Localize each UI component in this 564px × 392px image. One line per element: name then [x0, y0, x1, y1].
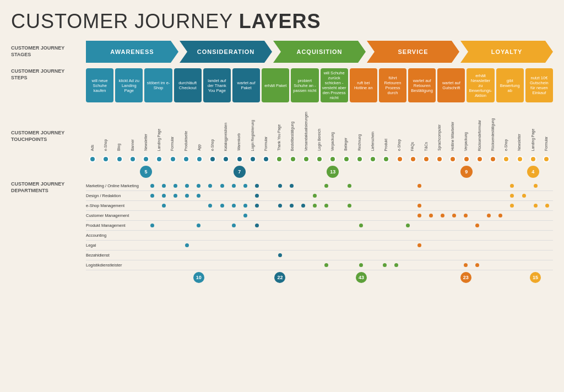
dept-name: Accounting: [86, 233, 147, 238]
dept-count-row: 1022432315: [86, 272, 553, 283]
page-title: CUSTOMER JOURNEY LAYERS: [11, 10, 553, 33]
dept-dot-cell-5-18: [355, 231, 367, 240]
dept-dot-8-15: [324, 263, 328, 267]
tp-dot-cell-3: [126, 154, 139, 164]
dept-dot-cell-2-14: [309, 202, 321, 210]
touchpoints-main: Adse-ShopBlogBannerNewsletterLanding Pag…: [86, 108, 553, 178]
tp-dot-cell-31: [500, 154, 513, 164]
dept-dot-cell-5-34: [541, 231, 553, 240]
dept-dot-cell-7-9: [251, 251, 263, 260]
tp-count-badge-18: 13: [327, 166, 339, 178]
step-card-8: will Schuhe zurück schicken - versteht a…: [321, 68, 348, 102]
dept-dot-cell-1-26: [448, 192, 460, 200]
tp-dot-6: [170, 156, 176, 162]
dept-dot-cell-4-11: [274, 221, 286, 230]
tp-dot-cell-15: [286, 154, 300, 164]
tp-dot-cell-11: [233, 154, 246, 164]
dept-dot-cell-3-29: [483, 211, 495, 220]
tp-dot-33: [530, 156, 536, 162]
tp-dot-12: [250, 156, 256, 162]
dept-dot-0-6: [220, 184, 224, 188]
dept-count-cell-9: [251, 272, 263, 283]
dept-dot-cell-8-3: [181, 261, 193, 270]
tp-dot-cell-17: [313, 154, 326, 164]
dept-dot-cell-6-2: [170, 241, 181, 250]
dept-dot-cell-1-8: [240, 192, 251, 200]
dept-dot-cell-7-28: [471, 251, 483, 260]
dept-dot-cell-1-27: [460, 192, 471, 200]
dept-dot-cell-3-27: [460, 211, 471, 220]
dept-dot-cell-7-7: [228, 251, 240, 260]
tp-dot-cell-6: [166, 154, 179, 164]
tp-dot-25: [423, 156, 430, 162]
dept-dot-cell-4-4: [193, 221, 204, 230]
tp-label-33: Landing Page: [527, 129, 540, 152]
dept-dot-1-9: [255, 194, 259, 198]
dept-dot-cell-5-5: [204, 231, 216, 240]
dept-dot-cell-8-0: [147, 261, 158, 270]
dept-dot-4-18: [359, 224, 363, 227]
dept-dot-cell-5-16: [332, 231, 344, 240]
dept-dot-2-13: [301, 204, 305, 208]
dept-dot-cell-3-18: [355, 211, 367, 220]
tp-label-26: Sprachcomputer: [433, 124, 446, 152]
tp-dot-13: [263, 156, 269, 162]
dept-dot-cell-4-14: [309, 221, 321, 230]
tp-label-28: Verpackung: [460, 132, 473, 152]
tp-dot-cell-1: [99, 154, 112, 164]
dept-dot-cell-6-28: [471, 241, 483, 250]
dept-dot-cell-3-0: [147, 211, 158, 220]
dept-dot-7-11: [278, 253, 282, 257]
dept-dot-cell-4-16: [332, 221, 344, 230]
step-card-4: landet auf der Thank You Page: [203, 68, 231, 102]
dept-dot-3-26: [452, 214, 456, 217]
tp-dot-3: [129, 156, 136, 162]
dept-dot-cell-5-24: [425, 231, 437, 240]
dept-dot-cell-3-12: [286, 211, 297, 220]
tp-dot-cell-10: [219, 154, 232, 164]
dept-dot-cell-4-10: [263, 221, 274, 230]
dept-count-cell-23: [414, 272, 425, 283]
dept-dot-cell-7-27: [460, 251, 471, 260]
tp-labels: Adse-ShopBlogBannerNewsletterLanding Pag…: [86, 108, 553, 152]
dept-dot-2-33: [534, 204, 538, 208]
dept-dot-cell-0-12: [286, 182, 297, 190]
dept-dot-cell-2-26: [448, 202, 460, 210]
dept-dot-cell-4-15: [321, 221, 332, 230]
dept-dot-0-17: [348, 184, 351, 188]
tp-label-2: Blog: [112, 144, 126, 152]
dept-dot-cell-1-1: [158, 192, 170, 200]
dept-dot-cell-8-17: [344, 261, 355, 270]
dept-dot-cell-1-19: [367, 192, 378, 200]
dept-dot-8-20: [383, 263, 387, 267]
tp-label-30: Rücksendestätigung: [486, 118, 500, 152]
dept-dot-cell-7-15: [321, 251, 332, 260]
dept-dot-cell-1-32: [518, 192, 530, 200]
dept-dot-2-12: [290, 204, 294, 208]
step-card-0: will neue Schuhe kaufen: [86, 68, 113, 102]
tp-dot-cell-25: [420, 154, 433, 164]
dept-count-cell-13: [297, 272, 309, 283]
tp-count-cell-33: 4: [527, 166, 540, 178]
dept-dot-4-4: [197, 224, 200, 227]
dept-dot-cell-2-10: [263, 202, 274, 210]
tp-label-10: Katalogpreislisten: [219, 123, 232, 152]
dept-dot-2-11: [278, 204, 282, 208]
tp-label-21: Lieferschein: [366, 132, 379, 152]
dept-dot-cell-8-34: [541, 261, 553, 270]
dept-dot-cell-1-34: [541, 192, 553, 200]
tp-dot-14: [276, 156, 283, 162]
dept-count-cell-19: [367, 272, 378, 283]
dept-dot-cell-1-31: [506, 192, 518, 200]
dept-dot-cell-0-14: [309, 182, 321, 190]
tp-label-0: Ads: [86, 145, 99, 152]
tp-dot-cell-0: [86, 154, 99, 164]
dept-dot-4-9: [255, 224, 259, 227]
tp-dot-27: [449, 156, 456, 162]
dept-dot-cell-8-25: [437, 261, 448, 270]
dept-dot-cell-4-28: [471, 221, 483, 230]
dept-dot-cell-3-25: [437, 211, 448, 220]
dept-name: Marketing / Online Marketing: [86, 183, 147, 188]
tp-dot-cell-13: [259, 154, 273, 164]
dept-dot-cell-1-0: [147, 192, 158, 200]
